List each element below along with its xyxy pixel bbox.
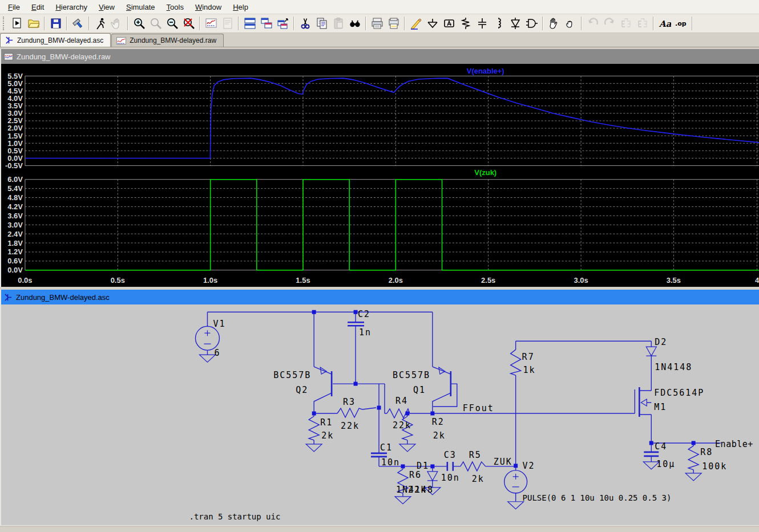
schematic-canvas[interactable]: V1 6 C2 1n BC557B Q2 BC557B Q1 R3 22k R4… xyxy=(1,304,759,526)
menu-view[interactable]: View xyxy=(93,1,120,13)
spice-directive-text[interactable]: .tran 5 startup uic xyxy=(189,512,281,521)
net-label-enable[interactable]: Enable+ xyxy=(715,439,753,449)
r3-name[interactable]: R3 xyxy=(343,397,356,407)
c2-name[interactable]: C2 xyxy=(358,309,370,319)
r1-value[interactable]: 2k xyxy=(321,431,334,441)
place-diode-button[interactable] xyxy=(507,15,523,32)
drag-button[interactable] xyxy=(562,15,579,32)
v1-name[interactable]: V1 xyxy=(213,319,225,329)
q1-value[interactable]: BC557B xyxy=(393,370,430,380)
copy-button[interactable] xyxy=(313,15,330,32)
move-button[interactable] xyxy=(546,15,562,32)
r7-value[interactable]: 1k xyxy=(523,365,536,375)
r8-name[interactable]: R8 xyxy=(700,447,713,457)
y-tick-label: 6.0V xyxy=(7,175,23,184)
trace-title-Vzuk[interactable]: V(zuk) xyxy=(474,168,496,177)
zoom-full-extents-button[interactable] xyxy=(180,15,197,32)
d2-name[interactable]: D2 xyxy=(655,337,667,347)
waveform-plot-area[interactable]: 5.5V5.0V4.5V4.0V3.5V3.0V2.5V2.0V1.5V1.0V… xyxy=(1,64,759,287)
r2-name[interactable]: R2 xyxy=(432,417,445,427)
r8-value[interactable]: 100k xyxy=(702,461,727,472)
cascade-windows-button[interactable] xyxy=(274,15,291,32)
spice-directive-button[interactable]: .op xyxy=(673,15,689,32)
waveform-window-title: Zundung_BMW-delayed.raw xyxy=(17,52,111,61)
tab-waveform[interactable]: Zundung_BMW-delayed.raw xyxy=(111,34,224,47)
menu-simulate[interactable]: Simulate xyxy=(120,1,161,13)
view-netlist-icon xyxy=(221,17,234,30)
net-label-zuk[interactable]: ZUK xyxy=(494,457,512,467)
place-resistor-button[interactable] xyxy=(457,15,474,32)
r5-name[interactable]: R5 xyxy=(469,450,482,460)
c3-value[interactable]: 10n xyxy=(441,473,460,483)
waveform-window-titlebar[interactable]: Zundung_BMW-delayed.raw xyxy=(1,49,759,64)
find-button[interactable] xyxy=(346,15,363,32)
open-file-button[interactable] xyxy=(25,15,42,32)
c1-name[interactable]: C1 xyxy=(380,442,393,453)
menu-window[interactable]: Window xyxy=(189,1,227,13)
new-schematic-button[interactable] xyxy=(9,15,25,32)
trace-title-Venable+[interactable]: V(enable+) xyxy=(467,67,504,75)
menu-edit[interactable]: Edit xyxy=(26,1,50,13)
view-waveform-button[interactable] xyxy=(203,15,219,32)
r5-value[interactable]: 2k xyxy=(472,474,485,484)
zoom-out-button[interactable] xyxy=(164,15,180,32)
v2-source-symbol[interactable] xyxy=(504,470,527,493)
waveform-plot[interactable]: 5.5V5.0V4.5V4.0V3.5V3.0V2.5V2.0V1.5V1.0V… xyxy=(1,64,759,287)
place-net-label-button[interactable] xyxy=(441,15,457,32)
q1-name[interactable]: Q1 xyxy=(413,385,426,395)
r3-value[interactable]: 22k xyxy=(341,421,360,431)
place-capacitor-button[interactable] xyxy=(474,15,490,32)
tab-schematic[interactable]: Zundung_BMW-delayed.asc xyxy=(0,33,111,47)
menu-file[interactable]: File xyxy=(2,1,26,13)
r1-name[interactable]: R1 xyxy=(320,417,333,428)
draw-wire-button[interactable] xyxy=(407,15,424,32)
open-file-icon xyxy=(27,17,40,30)
net-label-ffout[interactable]: FFout xyxy=(463,403,494,413)
place-text-button[interactable]: Aa xyxy=(656,15,673,32)
menu-hierarchy[interactable]: Hierarchy xyxy=(50,1,93,13)
run-simulation-button[interactable] xyxy=(92,15,108,32)
view-waveform-icon xyxy=(205,17,217,30)
c2-value[interactable]: 1n xyxy=(359,327,372,338)
c3-name[interactable]: C3 xyxy=(444,450,457,460)
schematic-icon xyxy=(5,36,14,44)
save-button[interactable] xyxy=(47,15,64,32)
c4-name[interactable]: C4 xyxy=(655,441,667,452)
place-component-button[interactable] xyxy=(523,15,540,32)
place-ground-button[interactable] xyxy=(424,15,441,32)
new-schematic-icon xyxy=(11,17,23,30)
toolbar-gripper[interactable] xyxy=(3,17,7,30)
schematic-window-titlebar[interactable]: Zundung_BMW-delayed.asc xyxy=(1,290,759,304)
emitter-arrows xyxy=(320,367,647,406)
c4-value[interactable]: 10µ xyxy=(656,459,675,469)
place-inductor-button[interactable] xyxy=(490,15,507,32)
r4-value[interactable]: 22k xyxy=(393,420,411,431)
v1-source-symbol[interactable] xyxy=(195,326,219,350)
tile-horizontally-button[interactable] xyxy=(241,15,258,32)
r6-name[interactable]: R6 xyxy=(409,470,422,480)
svg-text:Aa: Aa xyxy=(659,19,671,29)
r2-value[interactable]: 2k xyxy=(433,431,446,441)
menu-help[interactable]: Help xyxy=(227,1,254,13)
v2-value[interactable]: PULSE(0 6 1 10u 10u 0.25 0.5 3) xyxy=(523,493,672,502)
print-button[interactable] xyxy=(369,15,385,32)
m1-value[interactable]: FDC5614P xyxy=(654,388,704,398)
cut-button[interactable] xyxy=(297,15,313,32)
schematic-drawing[interactable]: V1 6 C2 1n BC557B Q2 BC557B Q1 R3 22k R4… xyxy=(1,304,759,526)
q2-name[interactable]: Q2 xyxy=(296,385,308,395)
q2-value[interactable]: BC557B xyxy=(273,370,311,380)
v2-name[interactable]: V2 xyxy=(523,461,535,471)
print-preview-button[interactable] xyxy=(385,15,402,32)
r6-value[interactable]: 22k xyxy=(408,485,427,495)
c1-value[interactable]: 10n xyxy=(381,457,400,468)
r7-name[interactable]: R7 xyxy=(522,352,535,362)
menu-tools[interactable]: Tools xyxy=(161,1,189,13)
r4-name[interactable]: R4 xyxy=(395,396,408,406)
d2-value[interactable]: 1N4148 xyxy=(655,362,692,372)
toolbar-separator xyxy=(127,17,128,30)
control-panel-button[interactable] xyxy=(70,15,86,32)
zoom-in-button[interactable] xyxy=(131,15,147,32)
v1-value[interactable]: 6 xyxy=(214,348,220,358)
m1-name[interactable]: M1 xyxy=(654,402,667,412)
tile-vertically-button[interactable] xyxy=(258,15,274,32)
